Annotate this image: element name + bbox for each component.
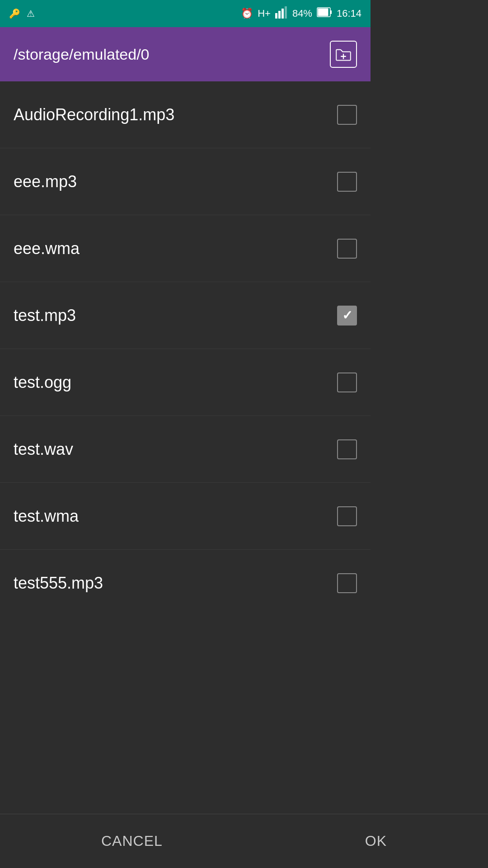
new-folder-button[interactable] [330, 41, 357, 68]
file-checkbox[interactable] [337, 573, 357, 593]
ok-button[interactable]: OK [338, 824, 371, 859]
network-type-label: H+ [258, 8, 271, 19]
svg-rect-5 [330, 10, 332, 14]
key-icon: 🔑 [9, 8, 20, 19]
file-name: test555.mp3 [14, 574, 103, 593]
status-bar: 🔑 ⚠ ⏰ H+ 84% 16:14 [0, 0, 371, 27]
list-item[interactable]: test.ogg [0, 349, 371, 416]
file-checkbox[interactable] [337, 506, 357, 526]
warning-icon: ⚠ [27, 8, 35, 19]
file-checkbox[interactable] [337, 239, 357, 259]
file-checkbox[interactable] [337, 306, 357, 326]
file-checkbox[interactable] [337, 172, 357, 192]
file-name: test.ogg [14, 373, 71, 392]
list-item[interactable]: eee.wma [0, 215, 371, 282]
file-checkbox[interactable] [337, 373, 357, 392]
svg-rect-1 [278, 11, 281, 19]
header: /storage/emulated/0 [0, 27, 371, 81]
cancel-button[interactable]: CANCEL [74, 824, 190, 859]
svg-rect-3 [285, 6, 287, 19]
new-folder-icon [335, 47, 352, 61]
svg-rect-2 [282, 9, 284, 19]
file-name: test.wma [14, 507, 79, 526]
list-item[interactable]: test.wav [0, 416, 371, 483]
file-name: eee.mp3 [14, 172, 77, 191]
file-name: AudioRecording1.mp3 [14, 105, 174, 124]
current-path: /storage/emulated/0 [14, 46, 150, 63]
file-name: test.mp3 [14, 306, 76, 325]
list-item[interactable]: test.mp3 [0, 282, 371, 349]
status-bar-right-icons: ⏰ H+ 84% 16:14 [241, 6, 361, 21]
bottom-bar: CANCEL OK [0, 814, 371, 868]
list-item[interactable]: test.wma [0, 483, 371, 550]
file-name: test.wav [14, 440, 73, 459]
battery-label: 84% [292, 8, 312, 19]
svg-rect-6 [318, 9, 328, 16]
file-list: AudioRecording1.mp3eee.mp3eee.wmatest.mp… [0, 81, 371, 814]
signal-bars-icon [275, 6, 288, 21]
status-bar-left-icons: 🔑 ⚠ [9, 8, 35, 19]
list-item[interactable]: test555.mp3 [0, 550, 371, 617]
alarm-icon: ⏰ [241, 8, 253, 19]
file-checkbox[interactable] [337, 105, 357, 125]
list-item[interactable]: eee.mp3 [0, 148, 371, 215]
file-checkbox[interactable] [337, 439, 357, 459]
svg-rect-0 [275, 13, 277, 19]
file-name: eee.wma [14, 239, 80, 258]
time-label: 16:14 [337, 8, 361, 19]
list-item[interactable]: AudioRecording1.mp3 [0, 81, 371, 148]
battery-icon [317, 7, 332, 20]
